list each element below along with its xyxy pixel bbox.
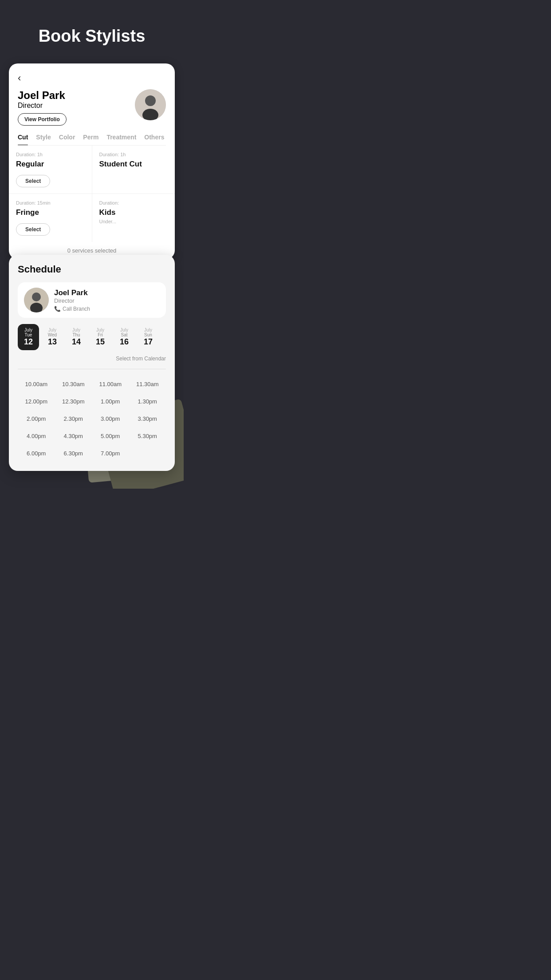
- service-student-cut: Duration: 1h Student Cut: [92, 146, 175, 194]
- time-130pm[interactable]: 1.30pm: [129, 393, 166, 410]
- service-student-name: Student Cut: [99, 160, 168, 169]
- view-portfolio-button[interactable]: View Portfolio: [18, 113, 67, 126]
- date-17-day: Sun: [144, 332, 152, 337]
- schedule-stylist-details: Joel Park Director 📞 Call Branch: [54, 288, 90, 312]
- service-kids-duration: Duration:: [99, 200, 168, 205]
- time-300pm[interactable]: 3.00pm: [92, 410, 129, 427]
- select-regular-button[interactable]: Select: [16, 175, 50, 187]
- time-330pm[interactable]: 3.30pm: [129, 410, 166, 427]
- date-16-month: July: [120, 328, 128, 332]
- stylist-header: Joel Park Director View Portfolio: [18, 89, 166, 126]
- times-grid: 10.00am 10.30am 11.00am 11.30am 12.00pm …: [18, 375, 166, 462]
- date-13-day: Wed: [48, 332, 57, 337]
- date-12-day: Tue: [25, 332, 32, 337]
- date-14-month: July: [72, 328, 80, 332]
- date-13-month: July: [48, 328, 56, 332]
- tab-style[interactable]: Style: [36, 130, 51, 145]
- time-600pm[interactable]: 6.00pm: [18, 445, 55, 462]
- date-14-num: 14: [72, 337, 81, 347]
- stylist-role: Director: [18, 102, 67, 110]
- schedule-stylist-info: Joel Park Director 📞 Call Branch: [18, 282, 166, 318]
- service-student-duration: Duration: 1h: [99, 152, 168, 157]
- time-1200pm[interactable]: 12.00pm: [18, 393, 55, 410]
- call-branch[interactable]: 📞 Call Branch: [54, 306, 90, 312]
- date-15-num: 15: [96, 337, 105, 347]
- time-500pm[interactable]: 5.00pm: [92, 427, 129, 445]
- time-630pm[interactable]: 6.30pm: [55, 445, 92, 462]
- tab-perm[interactable]: Perm: [83, 130, 98, 145]
- service-fringe: Duration: 15min Fringe Select: [9, 194, 92, 242]
- service-kids-name: Kids: [99, 208, 168, 217]
- tab-cut[interactable]: Cut: [18, 130, 28, 145]
- stylist-avatar: [135, 89, 166, 120]
- page-title: Book Stylists: [0, 0, 184, 59]
- date-13-num: 13: [48, 337, 57, 347]
- svg-point-4: [32, 292, 41, 301]
- schedule-stylist-role: Director: [54, 297, 90, 304]
- date-17-num: 17: [144, 337, 153, 347]
- call-branch-label: Call Branch: [63, 306, 90, 312]
- date-july-16[interactable]: July Sat 16: [114, 324, 135, 350]
- date-16-day: Sat: [121, 332, 127, 337]
- phone-icon: 📞: [54, 306, 61, 312]
- service-kids: Duration: Kids Under...: [92, 194, 175, 242]
- date-14-day: Thu: [72, 332, 80, 337]
- time-430pm[interactable]: 4.30pm: [55, 427, 92, 445]
- date-july-13[interactable]: July Wed 13: [42, 324, 63, 350]
- date-july-12[interactable]: July Tue 12: [18, 324, 39, 350]
- date-17-month: July: [144, 328, 152, 332]
- date-july-15[interactable]: July Fri 15: [90, 324, 111, 350]
- stylist-name: Joel Park: [18, 89, 67, 102]
- date-15-day: Fri: [98, 332, 103, 337]
- dates-row: July Tue 12 July Wed 13 July Thu 14 July…: [18, 324, 166, 350]
- schedule-avatar: [24, 288, 49, 312]
- date-july-14[interactable]: July Thu 14: [66, 324, 87, 350]
- time-530pm[interactable]: 5.30pm: [129, 427, 166, 445]
- time-400pm[interactable]: 4.00pm: [18, 427, 55, 445]
- select-from-calendar[interactable]: Select from Calendar: [18, 356, 166, 362]
- svg-point-1: [145, 95, 156, 106]
- schedule-card: Schedule Joel Park Director 📞 Call Branc…: [9, 255, 175, 471]
- schedule-stylist-name: Joel Park: [54, 288, 90, 297]
- time-1030am[interactable]: 10.30am: [55, 375, 92, 393]
- service-fringe-name: Fringe: [16, 208, 85, 217]
- time-1100am[interactable]: 11.00am: [92, 375, 129, 393]
- time-1000am[interactable]: 10.00am: [18, 375, 55, 393]
- service-kids-sub: Under...: [99, 219, 168, 224]
- date-16-num: 16: [120, 337, 129, 347]
- services-grid: Duration: 1h Regular Select Duration: 1h…: [9, 146, 175, 242]
- tab-others[interactable]: Others: [144, 130, 164, 145]
- time-1230pm[interactable]: 12.30pm: [55, 393, 92, 410]
- date-july-17[interactable]: July Sun 17: [138, 324, 159, 350]
- service-regular-duration: Duration: 1h: [16, 152, 85, 157]
- tab-treatment[interactable]: Treatment: [106, 130, 136, 145]
- schedule-title: Schedule: [18, 264, 166, 275]
- date-15-month: July: [96, 328, 104, 332]
- time-200pm[interactable]: 2.00pm: [18, 410, 55, 427]
- date-12-num: 12: [24, 337, 33, 347]
- time-100pm[interactable]: 1.00pm: [92, 393, 129, 410]
- times-divider: [18, 369, 166, 369]
- service-fringe-duration: Duration: 15min: [16, 200, 85, 205]
- select-fringe-button[interactable]: Select: [16, 223, 50, 236]
- time-230pm[interactable]: 2.30pm: [55, 410, 92, 427]
- tabs-row: Cut Style Color Perm Treatment Others: [18, 130, 166, 146]
- service-regular-name: Regular: [16, 160, 85, 169]
- stylist-profile-card: ‹ Joel Park Director View Portfolio Cut …: [9, 63, 175, 259]
- time-700pm[interactable]: 7.00pm: [92, 445, 129, 462]
- service-regular: Duration: 1h Regular Select: [9, 146, 92, 194]
- back-button[interactable]: ‹: [18, 72, 21, 84]
- tab-color[interactable]: Color: [59, 130, 75, 145]
- cards-container: ‹ Joel Park Director View Portfolio Cut …: [0, 59, 184, 489]
- date-12-month: July: [24, 328, 32, 332]
- time-1130am[interactable]: 11.30am: [129, 375, 166, 393]
- stylist-info: Joel Park Director View Portfolio: [18, 89, 67, 126]
